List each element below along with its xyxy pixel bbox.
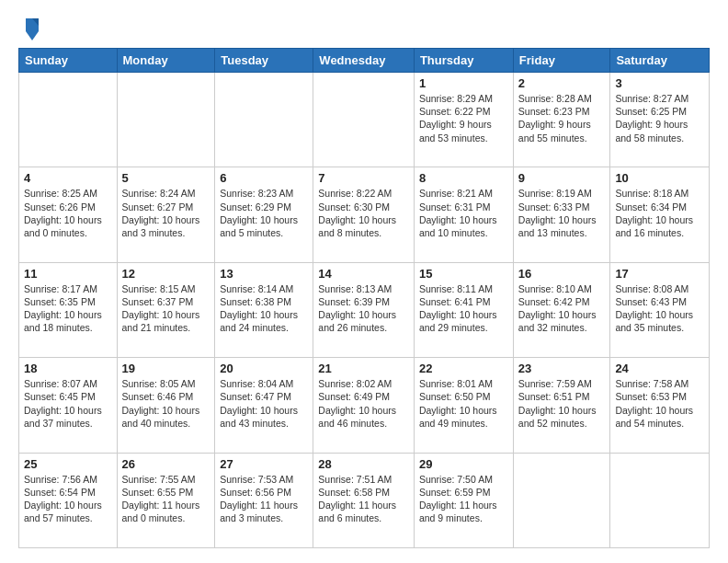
day-info: Sunrise: 8:07 AM Sunset: 6:45 PM Dayligh…	[24, 377, 112, 430]
day-cell: 18Sunrise: 8:07 AM Sunset: 6:45 PM Dayli…	[19, 358, 118, 453]
calendar: SundayMondayTuesdayWednesdayThursdayFrid…	[18, 48, 710, 548]
day-info: Sunrise: 8:02 AM Sunset: 6:49 PM Dayligh…	[318, 377, 409, 430]
weekday-header-saturday: Saturday	[610, 49, 710, 73]
day-cell: 21Sunrise: 8:02 AM Sunset: 6:49 PM Dayli…	[313, 358, 415, 453]
day-number: 5	[122, 171, 210, 185]
day-info: Sunrise: 7:50 AM Sunset: 6:59 PM Dayligh…	[419, 473, 508, 525]
day-number: 24	[615, 362, 704, 375]
day-info: Sunrise: 8:01 AM Sunset: 6:50 PM Dayligh…	[419, 377, 508, 430]
day-number: 10	[615, 171, 704, 185]
day-number: 18	[24, 362, 112, 375]
day-cell: 12Sunrise: 8:15 AM Sunset: 6:37 PM Dayli…	[117, 262, 215, 357]
day-info: Sunrise: 8:22 AM Sunset: 6:30 PM Dayligh…	[318, 187, 409, 239]
day-number: 9	[518, 171, 606, 185]
day-cell: 23Sunrise: 7:59 AM Sunset: 6:51 PM Dayli…	[513, 358, 610, 453]
day-cell	[117, 73, 215, 167]
day-info: Sunrise: 8:14 AM Sunset: 6:38 PM Dayligh…	[220, 282, 308, 335]
weekday-header-thursday: Thursday	[414, 49, 513, 73]
day-cell: 14Sunrise: 8:13 AM Sunset: 6:39 PM Dayli…	[313, 262, 415, 357]
day-info: Sunrise: 8:05 AM Sunset: 6:46 PM Dayligh…	[122, 377, 210, 430]
day-number: 1	[419, 76, 508, 90]
day-info: Sunrise: 8:19 AM Sunset: 6:33 PM Dayligh…	[518, 187, 606, 239]
day-number: 23	[518, 362, 606, 375]
week-row-4: 25Sunrise: 7:56 AM Sunset: 6:54 PM Dayli…	[19, 453, 710, 547]
day-number: 4	[24, 171, 112, 185]
day-info: Sunrise: 8:10 AM Sunset: 6:42 PM Dayligh…	[518, 282, 606, 335]
day-number: 21	[318, 362, 409, 375]
day-number: 15	[419, 267, 508, 281]
logo	[18, 15, 42, 40]
day-cell: 15Sunrise: 8:11 AM Sunset: 6:41 PM Dayli…	[414, 262, 513, 357]
day-cell	[215, 73, 313, 167]
day-number: 25	[24, 457, 112, 471]
day-cell: 13Sunrise: 8:14 AM Sunset: 6:38 PM Dayli…	[215, 262, 313, 357]
day-info: Sunrise: 7:51 AM Sunset: 6:58 PM Dayligh…	[318, 473, 409, 525]
weekday-header-tuesday: Tuesday	[215, 49, 313, 73]
day-info: Sunrise: 8:17 AM Sunset: 6:35 PM Dayligh…	[24, 282, 112, 335]
weekday-header-wednesday: Wednesday	[313, 49, 415, 73]
day-info: Sunrise: 8:18 AM Sunset: 6:34 PM Dayligh…	[615, 187, 704, 239]
day-cell: 25Sunrise: 7:56 AM Sunset: 6:54 PM Dayli…	[19, 453, 118, 547]
day-info: Sunrise: 8:27 AM Sunset: 6:25 PM Dayligh…	[615, 92, 704, 144]
weekday-header-monday: Monday	[117, 49, 215, 73]
day-cell: 3Sunrise: 8:27 AM Sunset: 6:25 PM Daylig…	[610, 73, 710, 167]
day-cell: 19Sunrise: 8:05 AM Sunset: 6:46 PM Dayli…	[117, 358, 215, 453]
day-info: Sunrise: 7:56 AM Sunset: 6:54 PM Dayligh…	[24, 473, 112, 525]
day-cell: 11Sunrise: 8:17 AM Sunset: 6:35 PM Dayli…	[19, 262, 118, 357]
day-number: 28	[318, 457, 409, 471]
logo-icon	[22, 15, 42, 40]
weekday-header-friday: Friday	[513, 49, 610, 73]
day-cell: 16Sunrise: 8:10 AM Sunset: 6:42 PM Dayli…	[513, 262, 610, 357]
day-number: 3	[615, 76, 704, 90]
day-info: Sunrise: 8:04 AM Sunset: 6:47 PM Dayligh…	[220, 377, 308, 430]
day-cell: 20Sunrise: 8:04 AM Sunset: 6:47 PM Dayli…	[215, 358, 313, 453]
week-row-3: 18Sunrise: 8:07 AM Sunset: 6:45 PM Dayli…	[19, 358, 710, 453]
day-number: 12	[122, 267, 210, 281]
day-info: Sunrise: 8:11 AM Sunset: 6:41 PM Dayligh…	[419, 282, 508, 335]
day-number: 27	[220, 457, 308, 471]
day-cell: 17Sunrise: 8:08 AM Sunset: 6:43 PM Dayli…	[610, 262, 710, 357]
day-number: 7	[318, 171, 409, 185]
day-cell: 8Sunrise: 8:21 AM Sunset: 6:31 PM Daylig…	[414, 167, 513, 262]
day-number: 2	[518, 76, 606, 90]
day-cell: 1Sunrise: 8:29 AM Sunset: 6:22 PM Daylig…	[414, 73, 513, 167]
day-info: Sunrise: 8:29 AM Sunset: 6:22 PM Dayligh…	[419, 92, 508, 144]
day-info: Sunrise: 8:28 AM Sunset: 6:23 PM Dayligh…	[518, 92, 606, 144]
day-cell: 29Sunrise: 7:50 AM Sunset: 6:59 PM Dayli…	[414, 453, 513, 547]
day-cell: 5Sunrise: 8:24 AM Sunset: 6:27 PM Daylig…	[117, 167, 215, 262]
day-cell: 6Sunrise: 8:23 AM Sunset: 6:29 PM Daylig…	[215, 167, 313, 262]
day-cell: 4Sunrise: 8:25 AM Sunset: 6:26 PM Daylig…	[19, 167, 118, 262]
day-cell: 24Sunrise: 7:58 AM Sunset: 6:53 PM Dayli…	[610, 358, 710, 453]
day-cell: 7Sunrise: 8:22 AM Sunset: 6:30 PM Daylig…	[313, 167, 415, 262]
day-info: Sunrise: 8:13 AM Sunset: 6:39 PM Dayligh…	[318, 282, 409, 335]
day-cell: 26Sunrise: 7:55 AM Sunset: 6:55 PM Dayli…	[117, 453, 215, 547]
day-cell: 27Sunrise: 7:53 AM Sunset: 6:56 PM Dayli…	[215, 453, 313, 547]
day-cell: 10Sunrise: 8:18 AM Sunset: 6:34 PM Dayli…	[610, 167, 710, 262]
day-number: 20	[220, 362, 308, 375]
day-number: 14	[318, 267, 409, 281]
day-cell: 2Sunrise: 8:28 AM Sunset: 6:23 PM Daylig…	[513, 73, 610, 167]
day-cell: 22Sunrise: 8:01 AM Sunset: 6:50 PM Dayli…	[414, 358, 513, 453]
day-cell	[19, 73, 118, 167]
day-number: 22	[419, 362, 508, 375]
day-cell: 9Sunrise: 8:19 AM Sunset: 6:33 PM Daylig…	[513, 167, 610, 262]
day-number: 13	[220, 267, 308, 281]
weekday-header-sunday: Sunday	[19, 49, 118, 73]
day-number: 26	[122, 457, 210, 471]
day-number: 19	[122, 362, 210, 375]
day-info: Sunrise: 8:15 AM Sunset: 6:37 PM Dayligh…	[122, 282, 210, 335]
day-info: Sunrise: 7:58 AM Sunset: 6:53 PM Dayligh…	[615, 377, 704, 430]
day-cell	[610, 453, 710, 547]
day-info: Sunrise: 8:24 AM Sunset: 6:27 PM Dayligh…	[122, 187, 210, 239]
day-info: Sunrise: 8:08 AM Sunset: 6:43 PM Dayligh…	[615, 282, 704, 335]
week-row-0: 1Sunrise: 8:29 AM Sunset: 6:22 PM Daylig…	[19, 73, 710, 167]
day-info: Sunrise: 8:25 AM Sunset: 6:26 PM Dayligh…	[24, 187, 112, 239]
week-row-1: 4Sunrise: 8:25 AM Sunset: 6:26 PM Daylig…	[19, 167, 710, 262]
week-row-2: 11Sunrise: 8:17 AM Sunset: 6:35 PM Dayli…	[19, 262, 710, 357]
day-cell	[513, 453, 610, 547]
day-number: 17	[615, 267, 704, 281]
day-info: Sunrise: 8:23 AM Sunset: 6:29 PM Dayligh…	[220, 187, 308, 239]
day-info: Sunrise: 7:55 AM Sunset: 6:55 PM Dayligh…	[122, 473, 210, 525]
day-info: Sunrise: 7:59 AM Sunset: 6:51 PM Dayligh…	[518, 377, 606, 430]
day-cell: 28Sunrise: 7:51 AM Sunset: 6:58 PM Dayli…	[313, 453, 415, 547]
